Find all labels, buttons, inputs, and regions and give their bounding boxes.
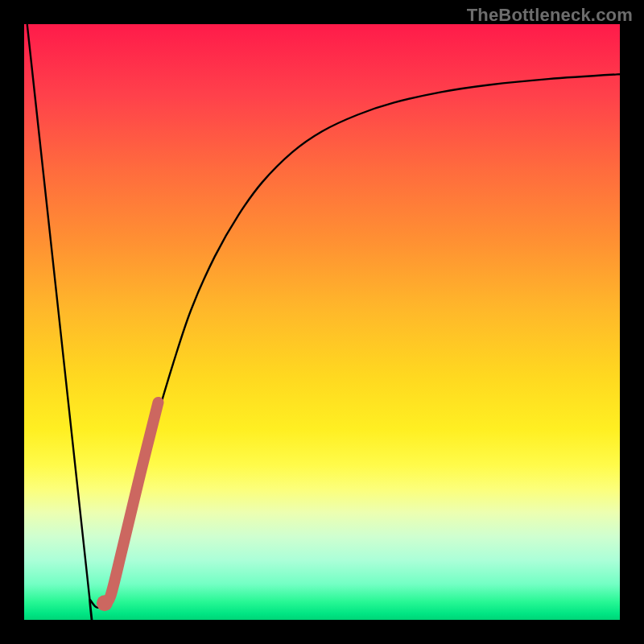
watermark-text: TheBottleneck.com	[467, 5, 633, 26]
emphasis-dot	[97, 595, 113, 611]
chart-canvas: TheBottleneck.com	[0, 0, 644, 644]
main-curve	[27, 24, 620, 620]
curves-layer	[24, 24, 620, 620]
emphasis-curve	[105, 402, 159, 603]
plot-area	[24, 24, 620, 620]
